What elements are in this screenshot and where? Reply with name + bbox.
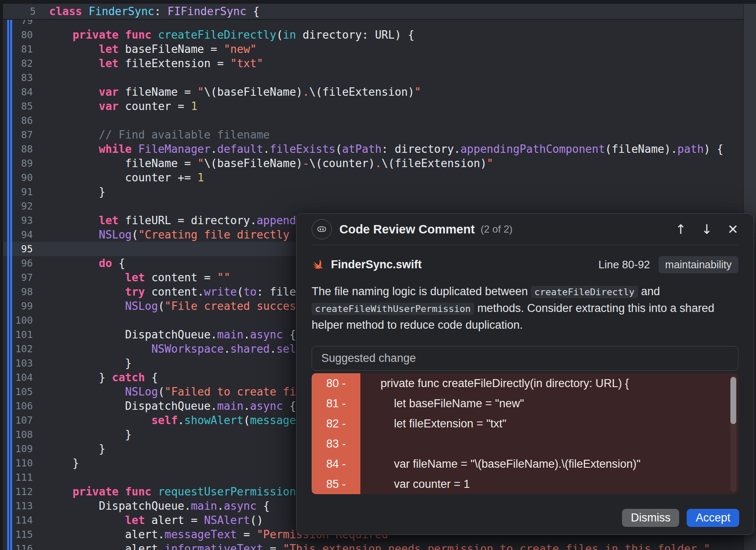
line-number[interactable]: 105 [0, 385, 33, 399]
suggested-change-label: Suggested change [321, 352, 416, 364]
line-number[interactable]: 116 [0, 542, 33, 550]
line-number[interactable]: 90 [0, 170, 33, 185]
code-line[interactable]: 88 while FileManager.default.fileExists(… [0, 142, 743, 156]
code-line[interactable]: 89 fileName = "\(baseFileName)-\(counter… [0, 156, 743, 170]
code-text: } [46, 356, 132, 370]
line-number[interactable]: 96 [0, 256, 33, 270]
line-number[interactable]: 115 [0, 527, 33, 542]
header-divider [312, 245, 738, 245]
inline-code-chip: createFileWithUserPermission [312, 303, 474, 315]
suggested-change-diff[interactable]: 80 -private func createFileDirectly(in d… [312, 373, 738, 494]
review-comment-text: The file naming logic is duplicated betw… [312, 283, 738, 333]
change-indicator-bar [10, 19, 12, 550]
line-number[interactable]: 93 [0, 213, 33, 228]
popup-actions: Dismiss Accept [622, 509, 739, 527]
line-number[interactable]: 107 [0, 413, 33, 427]
code-text: NSWorkspace.shared.selec [46, 342, 309, 356]
line-number[interactable]: 88 [0, 142, 33, 156]
line-number[interactable]: 80 [0, 28, 33, 42]
diff-code-text: private func createFileDirectly(in direc… [360, 373, 738, 393]
line-number[interactable]: 87 [0, 128, 33, 142]
code-line[interactable]: 80 private func createFileDirectly(in di… [0, 28, 743, 42]
diff-line-number: 82 - [312, 414, 360, 434]
line-number[interactable]: 112 [0, 485, 33, 499]
line-number[interactable]: 83 [0, 71, 33, 85]
code-line[interactable]: 92 [0, 199, 743, 213]
code-line[interactable]: 85 var counter = 1 [0, 99, 743, 113]
code-text: NSLog("File created successf [46, 299, 309, 313]
code-line[interactable]: 90 counter += 1 [0, 170, 743, 185]
diff-row: 84 -var fileName = "\(baseFileName).\(fi… [312, 454, 738, 474]
line-number[interactable]: 104 [0, 370, 33, 385]
diff-line-number: 84 - [312, 454, 360, 474]
code-text: let baseFileName = "new" [46, 42, 257, 56]
line-number[interactable]: 113 [0, 499, 33, 513]
inline-code-chip: createFileDirectly [531, 286, 638, 298]
code-text: self.showAlert(message: [46, 413, 303, 427]
diff-line-number: 81 - [312, 393, 360, 414]
code-line[interactable]: 83 [0, 71, 743, 85]
sticky-line-number: 5 [3, 4, 36, 19]
code-line[interactable]: 81 let baseFileName = "new" [0, 42, 743, 56]
category-badge: maintainability [659, 256, 738, 273]
line-number[interactable]: 109 [0, 442, 33, 456]
window-top-strip [0, 0, 756, 4]
diff-row: 83 - [312, 434, 738, 454]
line-number[interactable]: 102 [0, 342, 33, 356]
code-editor-window: 5 class FinderSync: FIFinderSync { 7980 … [0, 0, 756, 550]
sticky-declaration-header[interactable]: 5 class FinderSync: FIFinderSync { [3, 4, 743, 20]
code-text: while FileManager.default.fileExists(atP… [46, 142, 723, 156]
arrow-up-icon: ↑ [675, 222, 686, 237]
diff-scrollbar-thumb[interactable] [730, 377, 736, 424]
line-number[interactable]: 95 [0, 242, 33, 256]
diff-code-text: let fileExtension = "txt" [360, 414, 738, 434]
line-number[interactable]: 106 [0, 399, 33, 413]
comment-text-fragment: and [638, 285, 660, 298]
diff-code-text: var fileName = "\(baseFileName).\(fileEx… [360, 454, 738, 474]
dismiss-button[interactable]: Dismiss [622, 509, 680, 527]
next-comment-button[interactable]: ↓ [701, 223, 712, 236]
code-line[interactable]: 84 var fileName = "\(baseFileName).\(fil… [0, 85, 743, 99]
line-number[interactable]: 85 [0, 99, 33, 113]
close-icon: ✕ [727, 222, 738, 237]
line-number[interactable]: 84 [0, 85, 33, 99]
code-line[interactable]: 86 [0, 113, 743, 128]
diff-row: 85 -var counter = 1 [312, 474, 738, 494]
accept-button[interactable]: Accept [687, 509, 739, 527]
line-number[interactable]: 114 [0, 513, 33, 527]
line-number[interactable]: 99 [0, 299, 33, 313]
code-line[interactable]: 87 // Find available filename [0, 128, 743, 142]
line-number[interactable]: 91 [0, 185, 33, 199]
line-number[interactable]: 86 [0, 113, 33, 128]
suggested-change-header: Suggested change [312, 346, 738, 371]
line-number[interactable]: 92 [0, 199, 33, 213]
code-line[interactable]: 82 let fileExtension = "txt" [0, 56, 743, 71]
line-number[interactable]: 97 [0, 270, 33, 285]
code-text: DispatchQueue.main.async { [46, 499, 270, 513]
line-number[interactable]: 111 [0, 470, 33, 485]
close-button[interactable]: ✕ [727, 223, 738, 236]
line-number[interactable]: 89 [0, 156, 33, 170]
change-indicator-bar [7, 19, 9, 550]
code-text: } [46, 185, 105, 199]
diff-row: 80 -private func createFileDirectly(in d… [312, 373, 738, 393]
code-text: fileName = "\(baseFileName)-\(counter).\… [46, 156, 493, 170]
diff-line-number: 83 - [312, 434, 360, 454]
line-number[interactable]: 98 [0, 285, 33, 299]
copilot-icon [312, 219, 332, 239]
line-number[interactable]: 108 [0, 427, 33, 442]
code-line[interactable]: 116 alert.informativeText = "This extens… [0, 542, 743, 550]
line-number[interactable]: 110 [0, 456, 33, 470]
diff-row: 81 -let baseFileName = "new" [312, 393, 738, 414]
line-number[interactable]: 82 [0, 56, 33, 71]
line-number[interactable]: 103 [0, 356, 33, 370]
code-text: DispatchQueue.main.async { [46, 327, 296, 342]
line-number[interactable]: 100 [0, 313, 33, 327]
swift-icon [312, 258, 325, 272]
line-number[interactable]: 81 [0, 42, 33, 56]
line-number[interactable]: 101 [0, 327, 33, 342]
code-line[interactable]: 91 } [0, 185, 743, 199]
prev-comment-button[interactable]: ↑ [675, 223, 686, 236]
diff-code-text: var counter = 1 [360, 474, 738, 494]
line-number[interactable]: 94 [0, 228, 33, 242]
